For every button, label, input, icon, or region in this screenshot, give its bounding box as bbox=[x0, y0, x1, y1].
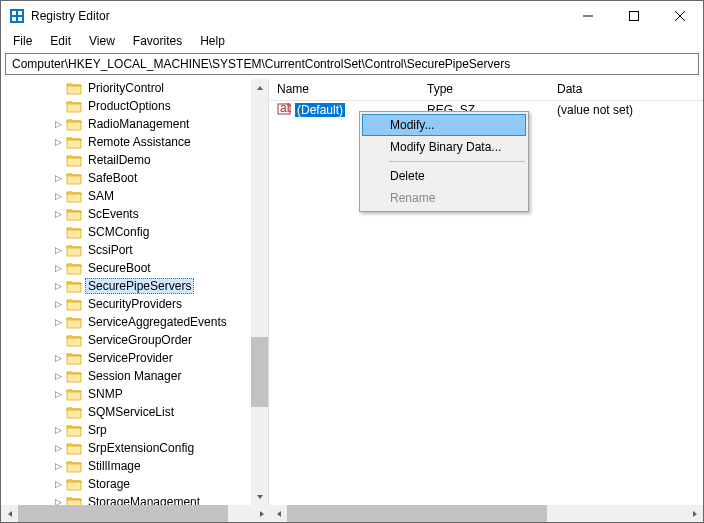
scroll-thumb[interactable] bbox=[287, 505, 547, 522]
tree-horizontal-scrollbar[interactable] bbox=[1, 505, 270, 522]
column-data[interactable]: Data bbox=[549, 79, 703, 100]
tree-item-label: ProductOptions bbox=[85, 98, 174, 114]
chevron-right-icon[interactable]: ▷ bbox=[52, 245, 64, 255]
tree-pane: PriorityControlProductOptions▷RadioManag… bbox=[1, 79, 269, 505]
tree-item-label: RetailDemo bbox=[85, 152, 154, 168]
window-title: Registry Editor bbox=[31, 9, 565, 23]
chevron-right-icon[interactable]: ▷ bbox=[52, 263, 64, 273]
chevron-right-icon[interactable]: ▷ bbox=[52, 281, 64, 291]
tree-view[interactable]: PriorityControlProductOptions▷RadioManag… bbox=[1, 79, 251, 505]
chevron-right-icon[interactable]: ▷ bbox=[52, 371, 64, 381]
scroll-thumb[interactable] bbox=[251, 337, 268, 407]
tree-item[interactable]: ▷SAM bbox=[1, 187, 251, 205]
chevron-right-icon[interactable]: ▷ bbox=[52, 191, 64, 201]
svg-marker-16 bbox=[693, 511, 697, 517]
context-modify[interactable]: Modify... bbox=[362, 114, 526, 136]
tree-item[interactable]: SQMServiceList bbox=[1, 403, 251, 421]
tree-item-label: Storage bbox=[85, 476, 133, 492]
tree-item[interactable]: ▷SafeBoot bbox=[1, 169, 251, 187]
tree-vertical-scrollbar[interactable] bbox=[251, 79, 268, 505]
tree-item-label: Session Manager bbox=[85, 368, 184, 384]
tree-item[interactable]: ▷RadioManagement bbox=[1, 115, 251, 133]
menu-edit[interactable]: Edit bbox=[42, 32, 79, 50]
chevron-right-icon[interactable]: ▷ bbox=[52, 119, 64, 129]
chevron-right-icon[interactable]: ▷ bbox=[52, 443, 64, 453]
tree-item-label: StorageManagement bbox=[85, 494, 203, 505]
chevron-right-icon[interactable]: ▷ bbox=[52, 461, 64, 471]
svg-marker-14 bbox=[260, 511, 264, 517]
svg-text:ab: ab bbox=[280, 102, 291, 115]
tree-item[interactable]: ▷Session Manager bbox=[1, 367, 251, 385]
context-menu: Modify... Modify Binary Data... Delete R… bbox=[359, 111, 529, 212]
svg-marker-15 bbox=[277, 511, 281, 517]
svg-marker-10 bbox=[257, 495, 263, 499]
tree-item[interactable]: ▷Storage bbox=[1, 475, 251, 493]
scroll-right-arrow[interactable] bbox=[686, 505, 703, 522]
tree-item[interactable]: PriorityControl bbox=[1, 79, 251, 97]
tree-item[interactable]: ▷SecurityProviders bbox=[1, 295, 251, 313]
tree-item[interactable]: ▷StillImage bbox=[1, 457, 251, 475]
tree-item[interactable]: ServiceGroupOrder bbox=[1, 331, 251, 349]
content-area: PriorityControlProductOptions▷RadioManag… bbox=[1, 79, 703, 505]
context-delete[interactable]: Delete bbox=[362, 165, 526, 187]
tree-item-label: SCMConfig bbox=[85, 224, 152, 240]
tree-item[interactable]: RetailDemo bbox=[1, 151, 251, 169]
tree-item[interactable]: ▷SecureBoot bbox=[1, 259, 251, 277]
chevron-right-icon[interactable]: ▷ bbox=[52, 353, 64, 363]
tree-item[interactable]: ▷ScsiPort bbox=[1, 241, 251, 259]
values-horizontal-scrollbar[interactable] bbox=[270, 505, 703, 522]
tree-item-label: ServiceGroupOrder bbox=[85, 332, 195, 348]
chevron-right-icon[interactable]: ▷ bbox=[52, 299, 64, 309]
scroll-left-arrow[interactable] bbox=[1, 505, 18, 522]
chevron-right-icon[interactable]: ▷ bbox=[52, 389, 64, 399]
menu-file[interactable]: File bbox=[5, 32, 40, 50]
value-name: (Default) bbox=[295, 103, 345, 117]
column-name[interactable]: Name bbox=[269, 79, 419, 100]
tree-item[interactable]: ▷SecurePipeServers bbox=[1, 277, 251, 295]
scroll-thumb[interactable] bbox=[18, 505, 228, 522]
menu-favorites[interactable]: Favorites bbox=[125, 32, 190, 50]
tree-item[interactable]: ▷ServiceProvider bbox=[1, 349, 251, 367]
context-separator bbox=[389, 161, 525, 162]
tree-item[interactable]: ▷Remote Assistance bbox=[1, 133, 251, 151]
chevron-right-icon[interactable]: ▷ bbox=[52, 209, 64, 219]
context-modify-binary[interactable]: Modify Binary Data... bbox=[362, 136, 526, 158]
maximize-button[interactable] bbox=[611, 1, 657, 31]
tree-item-label: Remote Assistance bbox=[85, 134, 194, 150]
tree-item-label: StillImage bbox=[85, 458, 144, 474]
address-bar[interactable]: Computer\HKEY_LOCAL_MACHINE\SYSTEM\Curre… bbox=[5, 53, 699, 75]
horizontal-scrollbars bbox=[1, 505, 703, 522]
column-type[interactable]: Type bbox=[419, 79, 549, 100]
tree-item[interactable]: ▷Srp bbox=[1, 421, 251, 439]
chevron-right-icon[interactable]: ▷ bbox=[52, 479, 64, 489]
scroll-right-arrow[interactable] bbox=[253, 505, 270, 522]
value-data: (value not set) bbox=[549, 102, 703, 118]
svg-rect-6 bbox=[630, 12, 639, 21]
context-rename: Rename bbox=[362, 187, 526, 209]
tree-item[interactable]: ▷SrpExtensionConfig bbox=[1, 439, 251, 457]
scroll-left-arrow[interactable] bbox=[270, 505, 287, 522]
tree-item[interactable]: SCMConfig bbox=[1, 223, 251, 241]
chevron-right-icon[interactable]: ▷ bbox=[52, 425, 64, 435]
scroll-up-arrow[interactable] bbox=[251, 79, 268, 96]
values-header: Name Type Data bbox=[269, 79, 703, 101]
menu-view[interactable]: View bbox=[81, 32, 123, 50]
chevron-right-icon[interactable]: ▷ bbox=[52, 317, 64, 327]
tree-item[interactable]: ▷SNMP bbox=[1, 385, 251, 403]
tree-item[interactable]: ▷ScEvents bbox=[1, 205, 251, 223]
svg-rect-1 bbox=[12, 11, 16, 15]
svg-marker-13 bbox=[8, 511, 12, 517]
scroll-down-arrow[interactable] bbox=[251, 488, 268, 505]
tree-item[interactable]: ▷ServiceAggregatedEvents bbox=[1, 313, 251, 331]
chevron-right-icon[interactable]: ▷ bbox=[52, 137, 64, 147]
menu-help[interactable]: Help bbox=[192, 32, 233, 50]
close-button[interactable] bbox=[657, 1, 703, 31]
tree-item[interactable]: ▷StorageManagement bbox=[1, 493, 251, 505]
chevron-right-icon[interactable]: ▷ bbox=[52, 497, 64, 505]
tree-item[interactable]: ProductOptions bbox=[1, 97, 251, 115]
svg-rect-4 bbox=[18, 17, 22, 21]
tree-item-label: RadioManagement bbox=[85, 116, 192, 132]
chevron-right-icon[interactable]: ▷ bbox=[52, 173, 64, 183]
tree-item-label: SafeBoot bbox=[85, 170, 140, 186]
minimize-button[interactable] bbox=[565, 1, 611, 31]
